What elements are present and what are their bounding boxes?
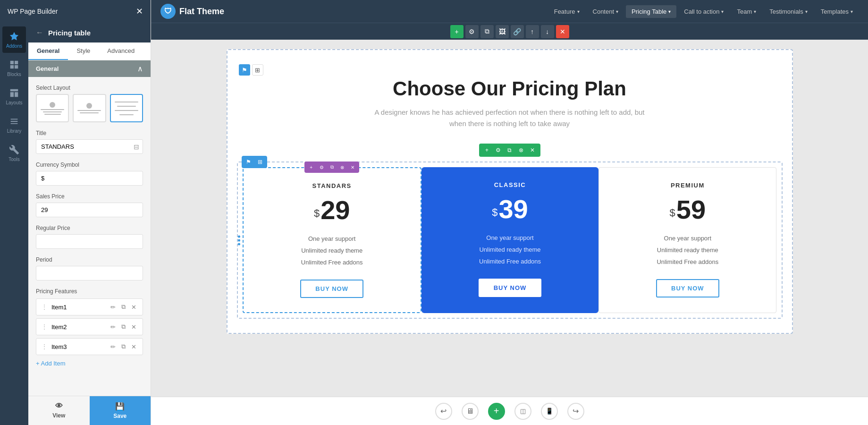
svg-rect-1 [15, 60, 18, 64]
view-button[interactable]: 👁 View [28, 396, 90, 425]
section-settings-icon[interactable]: ⚙ [493, 145, 504, 155]
add-item-button[interactable]: + Add Item [36, 358, 66, 369]
sidebar-item-tools[interactable]: Tools [2, 140, 26, 166]
sidebar-item-addons[interactable]: Addons [2, 26, 26, 53]
feature-copy-button-1[interactable]: ⧉ [120, 302, 127, 312]
sidebar-item-blocks[interactable]: Blocks [2, 55, 26, 81]
logo-text: Flat Theme [179, 7, 224, 17]
sales-price-input[interactable] [36, 203, 143, 217]
sales-price-label: Sales Price [36, 193, 143, 200]
feature-edit-button-3[interactable]: ✏ [109, 342, 117, 351]
col-settings-icon[interactable]: ⚙ [317, 162, 326, 172]
pricing-cards: + ⚙ ⧉ ⊗ ✕ STANDARS [243, 167, 777, 313]
price-currency-classic: $ [492, 206, 497, 219]
move-up-button[interactable]: ↑ [526, 25, 539, 38]
currency-symbol-input[interactable] [36, 171, 143, 186]
feature-item-2: ⋮ Item2 ✏ ⧉ ✕ [36, 318, 143, 335]
image-button[interactable]: 🖼 [496, 25, 509, 38]
tab-style[interactable]: Style [68, 42, 99, 60]
regular-price-input[interactable] [36, 234, 143, 249]
tab-general[interactable]: General [28, 42, 68, 60]
card-price-standars: $ 29 [253, 197, 411, 223]
buy-button-premium[interactable]: BUY NOW [656, 279, 719, 298]
back-button[interactable]: ← [36, 28, 43, 37]
title-input[interactable] [36, 139, 143, 154]
col-link-icon[interactable]: ⊗ [337, 162, 347, 172]
logo-icon: 🛡 [160, 4, 176, 19]
section-link-icon[interactable]: ⊗ [516, 145, 526, 155]
pricing-card-classic[interactable]: CLASSIC $ 39 One year support Unlimited … [421, 167, 598, 313]
feature-copy-button-2[interactable]: ⧉ [120, 322, 127, 332]
feature-classic-1: One year support [431, 232, 589, 244]
section-toggle-button[interactable]: ∧ [137, 64, 143, 73]
feature-classic-2: Unlimited ready theme [431, 244, 589, 255]
add-block-button[interactable]: + [450, 25, 463, 38]
nav-feature[interactable]: Feature ▾ [548, 5, 585, 18]
col-add-icon[interactable]: + [306, 162, 316, 172]
move-down-button[interactable]: ↓ [541, 25, 554, 38]
drag-handle-icon[interactable]: ⋮ [41, 323, 48, 331]
period-input[interactable] [36, 266, 143, 280]
desktop-view-button[interactable]: 🖥 [462, 403, 479, 420]
card-title-premium: PREMIUM [608, 182, 767, 189]
tablet-view-button[interactable]: ◫ [514, 403, 531, 420]
buy-button-standars[interactable]: BUY NOW [300, 280, 363, 298]
nav-pricing-table[interactable]: Pricing Table ▾ [626, 5, 676, 18]
layout-option-3[interactable] [110, 94, 143, 122]
feature-standars-3: Unlimited Free addons [253, 256, 411, 268]
feature-delete-button-1[interactable]: ✕ [130, 302, 138, 312]
feature-copy-button-3[interactable]: ⧉ [120, 342, 127, 351]
close-icon[interactable]: ✕ [136, 6, 143, 17]
bottom-bar: ↩ 🖥 + ◫ 📱 ↪ [151, 397, 868, 425]
nav-call-to-action[interactable]: Call to action ▾ [678, 5, 729, 18]
feature-edit-button-1[interactable]: ✏ [109, 302, 117, 312]
add-section-button[interactable]: + [488, 403, 505, 420]
card-features-premium: One year support Unlimited ready theme U… [608, 232, 767, 268]
panel-section-general: General ∧ [28, 60, 151, 77]
feature-label-3: Item3 [51, 343, 67, 350]
section-copy-icon[interactable]: ⧉ [505, 145, 515, 155]
delete-block-button[interactable]: ✕ [556, 25, 569, 38]
add-section-icon[interactable]: + [482, 145, 492, 155]
nav-templates[interactable]: Templates ▾ [815, 5, 859, 18]
feature-label-2: Item2 [51, 323, 67, 331]
price-currency-premium: $ [670, 207, 675, 219]
nav-testimonials[interactable]: Testimonials ▾ [764, 5, 813, 18]
redo-button[interactable]: ↪ [567, 403, 584, 420]
section-edit-icon[interactable]: ⊞ [252, 64, 263, 76]
drag-handle-icon[interactable]: ⋮ [41, 303, 48, 311]
feature-delete-button-2[interactable]: ✕ [130, 322, 138, 332]
pricing-card-standars[interactable]: + ⚙ ⧉ ⊗ ✕ STANDARS [243, 167, 421, 313]
layout-select [36, 94, 143, 122]
feature-delete-button-3[interactable]: ✕ [130, 342, 138, 351]
col-copy-icon[interactable]: ⧉ [327, 162, 337, 172]
sidebar-item-layouts[interactable]: Layouts [2, 83, 26, 110]
col-delete-icon[interactable]: ✕ [348, 162, 357, 172]
undo-button[interactable]: ↩ [435, 403, 452, 420]
link-button[interactable]: 🔗 [511, 25, 524, 38]
pricing-features-label: Pricing Features [36, 288, 143, 295]
layout-select-label: Select Layout [36, 85, 143, 91]
nav-team[interactable]: Team ▾ [731, 5, 762, 18]
section-delete-icon[interactable]: ✕ [527, 145, 538, 155]
feature-edit-button-2[interactable]: ✏ [109, 322, 117, 332]
tab-advanced[interactable]: Advanced [99, 42, 143, 60]
row-grid-icon[interactable]: ⊞ [255, 157, 265, 167]
buy-button-classic[interactable]: BUY NOW [479, 279, 542, 297]
save-button[interactable]: 💾 Save [90, 396, 151, 425]
layout-option-2[interactable] [73, 94, 106, 122]
layout-option-1[interactable] [36, 94, 69, 122]
copy-button[interactable]: ⧉ [480, 25, 494, 38]
settings-button[interactable]: ⚙ [465, 25, 479, 38]
sidebar: WP Page Builder ✕ Addons Blocks Layouts … [0, 0, 151, 425]
sidebar-item-library[interactable]: Library [2, 111, 26, 138]
title-group: Title ⊟ [36, 130, 143, 154]
canvas-toolbar: + ⚙ ⧉ 🖼 🔗 ↑ ↓ ✕ [151, 23, 868, 40]
mobile-view-button[interactable]: 📱 [541, 403, 558, 420]
topnav-logo: 🛡 Flat Theme [160, 4, 224, 19]
card-resize-handle[interactable] [238, 235, 240, 245]
regular-price-group: Regular Price [36, 225, 143, 249]
pricing-card-premium[interactable]: PREMIUM $ 59 One year support Unlimited … [598, 167, 776, 313]
nav-content[interactable]: Content ▾ [587, 5, 624, 18]
drag-handle-icon[interactable]: ⋮ [41, 343, 48, 350]
